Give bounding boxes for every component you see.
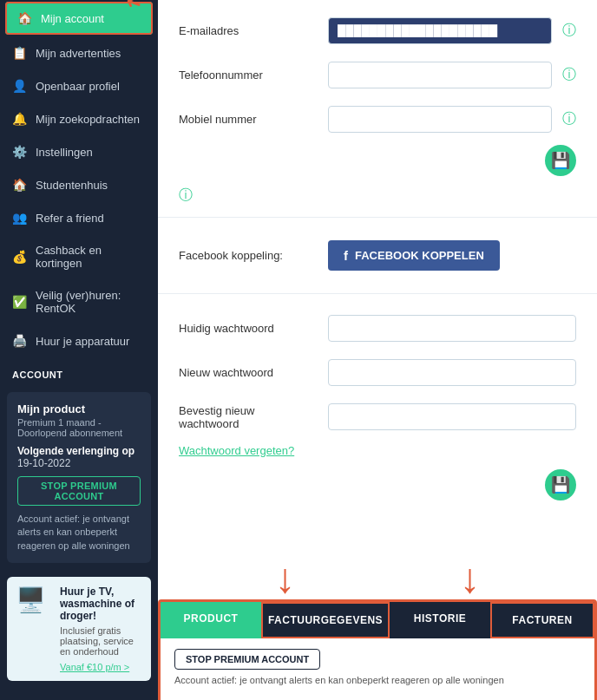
facebook-label: Facebook koppeling: <box>179 249 318 262</box>
sidebar: 🏠 Mijn account ➜ 📋 Mijn advertenties 👤 O… <box>0 0 158 700</box>
stop-premium-main-button[interactable]: STOP PREMIUM ACCOUNT <box>174 649 320 670</box>
col-facturatie: Facturatie <box>492 696 546 700</box>
tab-product-content: STOP PREMIUM ACCOUNT Account actief: je … <box>161 638 594 700</box>
facebook-connect-button[interactable]: f FACEBOOK KOPPELEN <box>328 240 500 271</box>
account-icon: 🏠 <box>17 11 32 25</box>
sidebar-item-label: Veilig (ver)huren: RentOK <box>36 289 146 315</box>
tab-product-label: PRODUCT <box>184 612 239 625</box>
email-input[interactable] <box>328 17 552 44</box>
veilig-icon: ✅ <box>12 295 27 309</box>
email-section: E-mailadres ⓘ Telefoonnummer ⓘ Mobiel nu… <box>158 0 597 218</box>
tab-factuurgegevens-label: FACTUURGEGEVENS <box>268 614 383 626</box>
confirm-password-label: Bevestig nieuw wachtwoord <box>179 404 318 430</box>
sidebar-item-label: Mijn zoekopdrachten <box>36 113 140 126</box>
sidebar-item-mijn-account[interactable]: 🏠 Mijn account <box>5 2 153 35</box>
tab-facturen[interactable]: FACTUREN <box>490 602 594 638</box>
sidebar-item-mijn-zoekopdrachten[interactable]: 🔔 Mijn zoekopdrachten <box>0 102 158 135</box>
tab-factuurgegevens[interactable]: FACTUURGEGEVENS <box>261 602 390 638</box>
sidebar-item-label: Mijn account <box>41 12 104 25</box>
facebook-icon: f <box>344 248 348 263</box>
promo-box: 🖥️ Huur je TV, wasmachine of droger! Inc… <box>7 577 151 681</box>
current-password-input[interactable] <box>328 315 576 342</box>
renewal-label: Volgende verlenging op <box>17 445 141 457</box>
account-product-name: Mijn product <box>17 402 141 415</box>
arrows-area: ↓ ↓ <box>158 513 597 599</box>
new-password-input[interactable] <box>328 359 576 386</box>
promo-sub: Inclusief gratis plaatsing, service en o… <box>60 625 142 657</box>
email-label: E-mailadres <box>179 24 318 37</box>
sidebar-item-studentenhuis[interactable]: 🏠 Studentenhuis <box>0 168 158 201</box>
advertenties-icon: 📋 <box>12 46 27 60</box>
sidebar-item-label: Studentenhuis <box>36 179 108 192</box>
col-status: Status <box>443 696 492 700</box>
huur-icon: 🖨️ <box>12 334 27 348</box>
instellingen-icon: ⚙️ <box>12 145 27 159</box>
forgot-password-link[interactable]: Wachtwoord vergeten? <box>179 439 576 466</box>
sidebar-item-veilig[interactable]: ✅ Veilig (ver)huren: RentOK <box>0 279 158 324</box>
promo-appliance-icon: 🖥️ <box>16 586 46 614</box>
tab-product[interactable]: PRODUCT <box>161 602 261 638</box>
product-table: Mijn product ID Startdatum Volgende verl… <box>174 696 581 700</box>
refer-icon: 👥 <box>12 211 27 225</box>
zoekopdrachten-icon: 🔔 <box>12 112 27 126</box>
sidebar-item-refer-a-friend[interactable]: 👥 Refer a friend <box>0 201 158 234</box>
new-password-row: Nieuw wachtwoord <box>179 350 576 395</box>
right-arrow-down: ↓ <box>460 558 481 599</box>
new-password-label: Nieuw wachtwoord <box>179 366 318 379</box>
tab-historie-label: HISTORIE <box>414 612 466 625</box>
col-id: ID <box>260 696 333 700</box>
email-info-icon[interactable]: ⓘ <box>562 22 576 40</box>
save-password-button[interactable]: 💾 <box>545 469 576 500</box>
sidebar-item-instellingen[interactable]: ⚙️ Instellingen <box>0 135 158 168</box>
phone-info-icon[interactable]: ⓘ <box>562 66 576 84</box>
main-content: E-mailadres ⓘ Telefoonnummer ⓘ Mobiel nu… <box>158 0 597 700</box>
save-personal-button[interactable]: 💾 <box>545 145 576 176</box>
account-box: Mijn product Premium 1 maand - Doorlopen… <box>7 392 151 563</box>
facebook-btn-label: FACEBOOK KOPPELEN <box>355 249 484 262</box>
bottom-tabs-section: PRODUCT FACTUURGEGEVENS HISTORIE FACTURE… <box>158 599 597 700</box>
mobile-label: Mobiel nummer <box>179 113 318 126</box>
left-arrow-down: ↓ <box>275 558 296 599</box>
account-product-sub: Premium 1 maand - Doorlopend abonnement <box>17 417 141 438</box>
sidebar-item-openbaar-profiel[interactable]: 👤 Openbaar profiel <box>0 69 158 102</box>
sidebar-item-label: Instellingen <box>36 146 93 159</box>
facebook-row: Facebook koppeling: f FACEBOOK KOPPELEN <box>179 226 576 285</box>
sidebar-item-cashback[interactable]: 💰 Cashback en kortingen <box>0 234 158 279</box>
tabs-row: PRODUCT FACTUURGEGEVENS HISTORIE FACTURE… <box>161 602 594 638</box>
sidebar-item-label: Huur je apparatuur <box>36 335 129 348</box>
email-row: E-mailadres ⓘ <box>179 9 576 53</box>
col-verlenging: Volgende verlenging op <box>384 696 443 700</box>
password-section: Huidig wachtwoord Nieuw wachtwoord Beves… <box>158 294 597 513</box>
phone-row: Telefoonnummer ⓘ <box>179 53 576 97</box>
account-note: Account actief: je ontvangt alerts en ka… <box>17 513 141 553</box>
sidebar-item-label: Openbaar profiel <box>36 80 120 93</box>
mobile-row: Mobiel nummer ⓘ <box>179 97 576 141</box>
form-area: E-mailadres ⓘ Telefoonnummer ⓘ Mobiel nu… <box>158 0 597 700</box>
mobile-input[interactable] <box>328 106 552 133</box>
current-password-row: Huidig wachtwoord <box>179 306 576 350</box>
col-bedrag: Bedrag <box>546 696 581 700</box>
promo-link[interactable]: Vanaf €10 p/m > <box>60 662 142 672</box>
studentenhuis-icon: 🏠 <box>12 178 27 192</box>
sidebar-item-mijn-advertenties[interactable]: 📋 Mijn advertenties <box>0 36 158 69</box>
cashback-icon: 💰 <box>12 250 27 264</box>
current-password-label: Huidig wachtwoord <box>179 322 318 335</box>
profiel-icon: 👤 <box>12 79 27 93</box>
account-section-label: ACCOUNT <box>0 357 158 385</box>
col-startdatum: Startdatum <box>333 696 384 700</box>
col-product: Mijn product <box>174 696 260 700</box>
phone-input[interactable] <box>328 62 552 88</box>
tab-historie[interactable]: HISTORIE <box>390 602 490 638</box>
stop-premium-button[interactable]: STOP PREMIUM ACCOUNT <box>17 476 141 506</box>
sidebar-item-label: Mijn advertenties <box>36 47 121 60</box>
confirm-password-input[interactable] <box>328 403 576 430</box>
tab-facturen-label: FACTUREN <box>512 614 572 626</box>
sidebar-item-huur[interactable]: 🖨️ Huur je apparatuur <box>0 324 158 357</box>
mobile-info-icon[interactable]: ⓘ <box>562 110 576 128</box>
confirm-password-row: Bevestig nieuw wachtwoord <box>179 395 576 439</box>
facebook-section: Facebook koppeling: f FACEBOOK KOPPELEN <box>158 218 597 294</box>
sidebar-item-label: Refer a friend <box>36 212 104 225</box>
extra-info-icon[interactable]: ⓘ <box>179 187 193 202</box>
promo-title: Huur je TV, wasmachine of droger! <box>60 586 142 622</box>
account-note-main: Account actief: je ontvangt alerts en ka… <box>174 675 581 685</box>
